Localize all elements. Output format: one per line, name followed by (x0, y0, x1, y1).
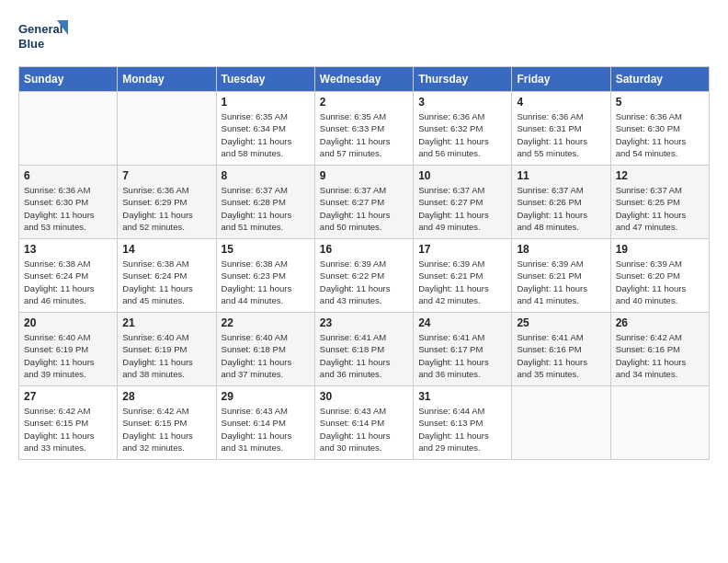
calendar-week-row: 6Sunrise: 6:36 AM Sunset: 6:30 PM Daylig… (19, 166, 710, 239)
day-number: 6 (24, 169, 112, 182)
day-number: 1 (222, 96, 310, 109)
cell-content: Sunrise: 6:37 AM Sunset: 6:26 PM Dayligh… (517, 184, 605, 233)
cell-content: Sunrise: 6:39 AM Sunset: 6:21 PM Dayligh… (418, 258, 506, 306)
cell-content: Sunrise: 6:41 AM Sunset: 6:16 PM Dayligh… (517, 331, 605, 380)
calendar-cell: 31Sunrise: 6:44 AM Sunset: 6:13 PM Dayli… (414, 386, 512, 460)
cell-content: Sunrise: 6:40 AM Sunset: 6:18 PM Dayligh… (222, 331, 310, 380)
cell-content: Sunrise: 6:37 AM Sunset: 6:27 PM Dayligh… (418, 184, 506, 233)
day-number: 12 (616, 169, 704, 182)
day-number: 3 (418, 96, 506, 109)
calendar-cell: 19Sunrise: 6:39 AM Sunset: 6:20 PM Dayli… (610, 239, 709, 313)
day-number: 7 (122, 169, 210, 182)
day-number: 18 (517, 243, 605, 256)
day-number: 23 (320, 316, 408, 329)
header-tuesday: Tuesday (216, 67, 314, 92)
cell-content: Sunrise: 6:44 AM Sunset: 6:13 PM Dayligh… (418, 405, 506, 454)
calendar-header-row: SundayMondayTuesdayWednesdayThursdayFrid… (19, 67, 710, 92)
cell-content: Sunrise: 6:39 AM Sunset: 6:20 PM Dayligh… (616, 258, 704, 306)
cell-content: Sunrise: 6:37 AM Sunset: 6:25 PM Dayligh… (616, 184, 704, 233)
header-saturday: Saturday (610, 67, 709, 92)
svg-text:Blue: Blue (18, 37, 44, 51)
day-number: 4 (517, 96, 605, 109)
cell-content: Sunrise: 6:36 AM Sunset: 6:29 PM Dayligh… (122, 184, 210, 233)
calendar-cell: 2Sunrise: 6:35 AM Sunset: 6:33 PM Daylig… (314, 92, 413, 166)
calendar-cell: 6Sunrise: 6:36 AM Sunset: 6:30 PM Daylig… (19, 166, 118, 239)
logo: General Blue (18, 18, 74, 57)
day-number: 11 (517, 169, 605, 182)
cell-content: Sunrise: 6:39 AM Sunset: 6:21 PM Dayligh… (517, 258, 605, 306)
cell-content: Sunrise: 6:36 AM Sunset: 6:30 PM Dayligh… (24, 184, 112, 233)
day-number: 14 (122, 243, 210, 256)
cell-content: Sunrise: 6:41 AM Sunset: 6:17 PM Dayligh… (418, 331, 506, 380)
calendar-cell: 16Sunrise: 6:39 AM Sunset: 6:22 PM Dayli… (314, 239, 413, 313)
cell-content: Sunrise: 6:37 AM Sunset: 6:28 PM Dayligh… (222, 184, 310, 233)
day-number: 25 (517, 316, 605, 329)
day-number: 22 (222, 316, 310, 329)
cell-content: Sunrise: 6:42 AM Sunset: 6:15 PM Dayligh… (122, 405, 210, 454)
cell-content: Sunrise: 6:35 AM Sunset: 6:33 PM Dayligh… (320, 110, 408, 159)
header-sunday: Sunday (19, 67, 118, 92)
cell-content: Sunrise: 6:38 AM Sunset: 6:24 PM Dayligh… (24, 258, 112, 306)
calendar-cell: 10Sunrise: 6:37 AM Sunset: 6:27 PM Dayli… (414, 166, 512, 239)
calendar-cell: 23Sunrise: 6:41 AM Sunset: 6:18 PM Dayli… (314, 313, 413, 386)
calendar-cell (610, 386, 709, 460)
calendar-cell: 15Sunrise: 6:38 AM Sunset: 6:23 PM Dayli… (216, 239, 314, 313)
cell-content: Sunrise: 6:37 AM Sunset: 6:27 PM Dayligh… (320, 184, 408, 233)
day-number: 21 (122, 316, 210, 329)
calendar-table: SundayMondayTuesdayWednesdayThursdayFrid… (18, 66, 710, 460)
cell-content: Sunrise: 6:38 AM Sunset: 6:23 PM Dayligh… (222, 258, 310, 306)
day-number: 16 (320, 243, 408, 256)
day-number: 28 (122, 390, 210, 403)
calendar-cell: 30Sunrise: 6:43 AM Sunset: 6:14 PM Dayli… (314, 386, 413, 460)
cell-content: Sunrise: 6:43 AM Sunset: 6:14 PM Dayligh… (320, 405, 408, 454)
day-number: 9 (320, 169, 408, 182)
day-number: 26 (616, 316, 704, 329)
calendar-cell (19, 92, 118, 166)
calendar-cell: 9Sunrise: 6:37 AM Sunset: 6:27 PM Daylig… (314, 166, 413, 239)
calendar-cell (118, 92, 216, 166)
logo-svg: General Blue (18, 18, 74, 57)
cell-content: Sunrise: 6:35 AM Sunset: 6:34 PM Dayligh… (222, 110, 310, 159)
calendar-cell: 20Sunrise: 6:40 AM Sunset: 6:19 PM Dayli… (19, 313, 118, 386)
cell-content: Sunrise: 6:43 AM Sunset: 6:14 PM Dayligh… (222, 405, 310, 454)
cell-content: Sunrise: 6:36 AM Sunset: 6:30 PM Dayligh… (616, 110, 704, 159)
day-number: 19 (616, 243, 704, 256)
calendar-cell: 27Sunrise: 6:42 AM Sunset: 6:15 PM Dayli… (19, 386, 118, 460)
cell-content: Sunrise: 6:40 AM Sunset: 6:19 PM Dayligh… (122, 331, 210, 380)
calendar-cell: 24Sunrise: 6:41 AM Sunset: 6:17 PM Dayli… (414, 313, 512, 386)
calendar-cell: 8Sunrise: 6:37 AM Sunset: 6:28 PM Daylig… (216, 166, 314, 239)
calendar-cell: 17Sunrise: 6:39 AM Sunset: 6:21 PM Dayli… (414, 239, 512, 313)
cell-content: Sunrise: 6:42 AM Sunset: 6:15 PM Dayligh… (24, 405, 112, 454)
day-number: 10 (418, 169, 506, 182)
calendar-cell: 26Sunrise: 6:42 AM Sunset: 6:16 PM Dayli… (610, 313, 709, 386)
calendar-week-row: 1Sunrise: 6:35 AM Sunset: 6:34 PM Daylig… (19, 92, 710, 166)
calendar-cell: 11Sunrise: 6:37 AM Sunset: 6:26 PM Dayli… (512, 166, 610, 239)
calendar-cell: 4Sunrise: 6:36 AM Sunset: 6:31 PM Daylig… (512, 92, 610, 166)
day-number: 29 (222, 390, 310, 403)
calendar-cell: 12Sunrise: 6:37 AM Sunset: 6:25 PM Dayli… (610, 166, 709, 239)
calendar-cell: 14Sunrise: 6:38 AM Sunset: 6:24 PM Dayli… (118, 239, 216, 313)
header-wednesday: Wednesday (314, 67, 413, 92)
day-number: 15 (222, 243, 310, 256)
day-number: 24 (418, 316, 506, 329)
cell-content: Sunrise: 6:42 AM Sunset: 6:16 PM Dayligh… (616, 331, 704, 380)
day-number: 17 (418, 243, 506, 256)
header-thursday: Thursday (414, 67, 512, 92)
calendar-cell: 29Sunrise: 6:43 AM Sunset: 6:14 PM Dayli… (216, 386, 314, 460)
calendar-cell: 13Sunrise: 6:38 AM Sunset: 6:24 PM Dayli… (19, 239, 118, 313)
cell-content: Sunrise: 6:36 AM Sunset: 6:32 PM Dayligh… (418, 110, 506, 159)
cell-content: Sunrise: 6:40 AM Sunset: 6:19 PM Dayligh… (24, 331, 112, 380)
calendar-cell: 28Sunrise: 6:42 AM Sunset: 6:15 PM Dayli… (118, 386, 216, 460)
svg-text:General: General (18, 22, 63, 36)
day-number: 5 (616, 96, 704, 109)
cell-content: Sunrise: 6:38 AM Sunset: 6:24 PM Dayligh… (122, 258, 210, 306)
cell-content: Sunrise: 6:36 AM Sunset: 6:31 PM Dayligh… (517, 110, 605, 159)
day-number: 20 (24, 316, 112, 329)
calendar-week-row: 27Sunrise: 6:42 AM Sunset: 6:15 PM Dayli… (19, 386, 710, 460)
day-number: 27 (24, 390, 112, 403)
calendar-cell (512, 386, 610, 460)
day-number: 31 (418, 390, 506, 403)
day-number: 2 (320, 96, 408, 109)
day-number: 13 (24, 243, 112, 256)
cell-content: Sunrise: 6:39 AM Sunset: 6:22 PM Dayligh… (320, 258, 408, 306)
